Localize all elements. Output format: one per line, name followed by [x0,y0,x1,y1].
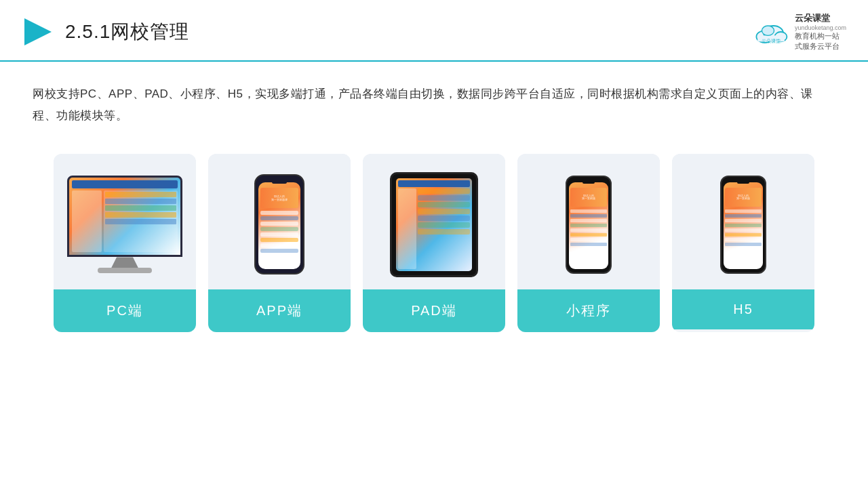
mini-row-5 [570,228,607,232]
h5-row-9 [725,247,762,251]
phone-row-5 [260,232,298,237]
screen-row-3 [105,205,176,211]
h5-row-4 [725,224,762,227]
card-miniprogram-image: 职达人的第一堂刷题 [517,154,660,289]
mini-row-7 [570,238,607,241]
mini-row-6 [570,233,607,237]
h5-phone-device: 职达人的第一堂刷题 [720,176,766,274]
phone-row-4 [260,227,298,231]
pad-row-1 [418,188,471,194]
card-app-label: APP端 [208,289,351,332]
phone-row-2 [260,216,298,220]
screen-header [72,180,178,188]
app-phone-device: 职达人的第一堂刷题课 [254,174,304,274]
description-text: 网校支持PC、APP、PAD、小程序、H5，实现多端打通，产品各终端自由切换，数… [0,62,868,138]
miniprogram-phone-device: 职达人的第一堂刷题 [566,176,612,274]
phone-row-6 [260,238,298,242]
card-pc-label: PC端 [54,289,196,332]
monitor-screen [69,178,180,255]
screen-body [72,190,178,252]
h5-row-7 [725,238,762,241]
pad-header [398,180,470,187]
pad-screen [396,178,472,271]
monitor-base [98,268,152,273]
app-phone-screen: 职达人的第一堂刷题课 [258,182,300,269]
h5-banner: 职达人的第一堂刷题 [725,188,762,207]
phone-row-1 [260,211,298,215]
play-icon [22,16,54,48]
phone-row-8 [260,249,298,253]
card-pc: PC端 [54,154,196,332]
mini-banner-text: 职达人的第一堂刷题 [582,195,595,200]
phone-banner-text: 职达人的第一堂刷题课 [271,195,288,201]
description-paragraph: 网校支持PC、APP、PAD、小程序、H5，实现多端打通，产品各终端自由切换，数… [33,83,835,127]
mini-row-2 [570,214,607,218]
pad-sidebar [398,188,416,269]
card-pc-image [54,154,196,289]
title-main: 网校管理 [111,21,189,42]
card-miniprogram-label: 小程序 [517,289,660,332]
card-pad: PAD端 [363,154,505,332]
card-pad-label: PAD端 [363,289,505,332]
phone-banner: 职达人的第一堂刷题课 [260,188,298,208]
cloud-logo-icon: 云朵课堂 [753,20,789,44]
phone-screen-inner: 职达人的第一堂刷题课 [258,182,300,254]
pad-row-2 [418,195,471,201]
logo-tagline: 教育机构一站式服务云平台 [795,31,846,52]
h5-row-5 [725,228,762,232]
h5-row-8 [725,243,762,246]
mini-row-3 [570,219,607,222]
card-pad-image [363,154,505,289]
h5-phone-screen: 职达人的第一堂刷题 [724,182,763,269]
h5-row-6 [725,233,762,237]
logo-area: 云朵课堂 云朵课堂 yunduoketang.com 教育机构一站式服务云平台 [753,12,846,52]
phone-notch [272,180,287,184]
pad-row-4 [418,209,471,214]
h5-row-3 [725,219,762,222]
screen-sidebar [72,190,102,252]
screen-row-4 [105,212,176,218]
logo-name: 云朵课堂 [795,12,846,24]
card-app-image: 职达人的第一堂刷题课 [208,154,351,289]
page-title: 2.5.1网校管理 [65,19,189,45]
card-h5-image: 职达人的第一堂刷题 [672,154,814,289]
title-prefix: 2.5.1 [65,21,111,42]
h5-banner-text: 职达人的第一堂刷题 [736,195,750,200]
screen-row-2 [105,199,176,204]
header-left: 2.5.1网校管理 [22,16,189,48]
svg-point-5 [762,26,774,35]
screen-row-5 [105,219,176,224]
pad-main [418,188,471,269]
h5-row-2 [725,214,762,218]
mini-row-4 [570,224,607,227]
pad-row-6 [418,222,471,228]
mini-banner: 职达人的第一堂刷题 [570,188,607,207]
cards-area: PC端 职达人的第一堂刷题课 [0,138,868,332]
monitor-screen-content [69,178,180,255]
logo-url: yunduoketang.com [795,24,846,31]
screen-row-1 [105,192,176,197]
mini-row-8 [570,243,607,246]
monitor-stand [111,257,138,268]
pad-row-7 [418,229,471,235]
screen-main [104,190,178,252]
pad-device [390,172,478,277]
mini-phone-screen: 职达人的第一堂刷题 [569,182,608,269]
h5-row-1 [725,209,762,213]
pc-device [67,176,182,273]
mini-row-9 [570,247,607,251]
mini-phone-notch [583,181,595,184]
svg-marker-0 [24,18,52,45]
card-h5-label: H5 [672,289,814,329]
card-h5: 职达人的第一堂刷题 H5 [672,154,814,332]
pad-body [398,188,470,269]
card-app: 职达人的第一堂刷题课 APP端 [208,154,351,332]
phone-row-7 [260,243,298,247]
monitor-body [67,176,182,257]
pad-row-5 [418,216,471,221]
phone-row-3 [260,222,298,226]
mini-row-1 [570,209,607,213]
logo-text-block: 云朵课堂 yunduoketang.com 教育机构一站式服务云平台 [795,12,846,52]
card-miniprogram: 职达人的第一堂刷题 小程序 [517,154,660,332]
pad-row-3 [418,202,471,207]
